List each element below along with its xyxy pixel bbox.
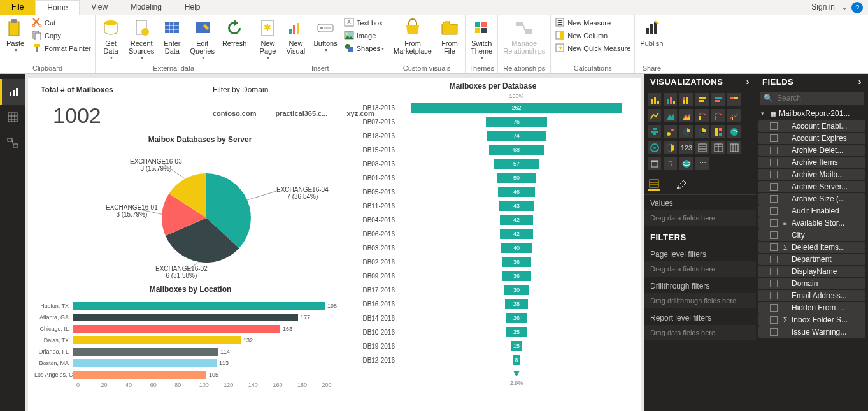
funnel-bar-row[interactable]: DB12-20168 — [353, 353, 633, 367]
textbox-button[interactable]: AText box — [341, 17, 387, 29]
checkbox[interactable] — [770, 292, 778, 299]
funnel-bar-row[interactable]: DB15-201668 — [353, 143, 633, 157]
funnel-bar-row[interactable]: DB10-201625 — [353, 325, 633, 339]
viz-type-button[interactable]: ⋯ — [695, 157, 709, 170]
viz-type-button[interactable] — [695, 109, 709, 122]
enter-data-button[interactable]: Enter Data — [158, 17, 186, 56]
field-item[interactable]: Archive Items — [758, 157, 865, 168]
viz-type-button[interactable]: 123 — [679, 141, 693, 154]
field-item[interactable]: Archive Mailb... — [758, 169, 865, 180]
viz-type-button[interactable] — [648, 141, 661, 154]
values-drop[interactable]: Drag data fields here — [644, 210, 756, 226]
checkbox[interactable] — [770, 256, 778, 263]
fields-well-button[interactable] — [648, 178, 660, 191]
from-file-button[interactable]: From File — [436, 17, 464, 56]
cut-button[interactable]: Cut — [29, 17, 94, 29]
location-bar-row[interactable]: Boston, MA113 — [34, 357, 346, 369]
model-view-button[interactable] — [0, 130, 25, 155]
checkbox[interactable] — [770, 304, 778, 312]
tab-home[interactable]: Home — [35, 0, 80, 15]
viz-type-button[interactable] — [648, 93, 661, 106]
chevron-down-icon[interactable]: ⌄ — [841, 0, 848, 15]
tab-file[interactable]: File — [0, 0, 35, 15]
field-item[interactable]: Account Enabl... — [758, 120, 865, 132]
recent-sources-button[interactable]: Recent Sources▾ — [125, 17, 158, 62]
slicer-option[interactable]: contoso.com — [213, 110, 256, 117]
viz-type-button[interactable] — [648, 109, 661, 122]
publish-button[interactable]: Publish — [636, 17, 667, 48]
viz-type-button[interactable] — [711, 125, 725, 138]
new-measure-button[interactable]: ☰New Measure — [552, 17, 633, 29]
funnel-chart[interactable]: DB13-2016262DB07-201676DB18-201674DB15-2… — [353, 101, 633, 367]
location-bar-row[interactable]: Chicago, IL163 — [34, 323, 346, 335]
get-data-button[interactable]: Get Data▾ — [97, 17, 125, 62]
shapes-button[interactable]: Shapes▾ — [341, 42, 387, 55]
report-filters-drop[interactable]: Drag data fields here — [644, 325, 756, 340]
checkbox[interactable] — [770, 328, 778, 336]
viz-type-button[interactable] — [695, 93, 709, 106]
funnel-bar-row[interactable]: DB18-201674 — [353, 129, 633, 143]
copy-button[interactable]: Copy — [29, 29, 94, 42]
funnel-bar-row[interactable]: DB19-201615 — [353, 339, 633, 353]
table-header[interactable]: ▾ ▦ MailboxReport-201... — [756, 107, 868, 120]
funnel-bar-row[interactable]: DB05-201646 — [353, 185, 633, 199]
viz-type-button[interactable] — [679, 93, 693, 106]
funnel-bar-row[interactable]: DB14-201626 — [353, 311, 633, 325]
viz-type-button[interactable] — [648, 125, 661, 138]
field-item[interactable]: Department — [758, 254, 865, 265]
funnel-bar-row[interactable]: DB04-201642 — [353, 213, 633, 227]
slicer-option[interactable]: practical365.c... — [275, 110, 327, 117]
checkbox[interactable] — [770, 159, 778, 166]
checkbox[interactable] — [770, 231, 778, 239]
viz-type-button[interactable] — [664, 109, 677, 122]
image-button[interactable]: Image — [341, 29, 387, 42]
funnel-bar-row[interactable]: DB01-201650 — [353, 171, 633, 185]
location-bar-row[interactable]: Huston, TX198 — [34, 300, 346, 312]
checkbox[interactable] — [770, 171, 778, 178]
checkbox[interactable] — [770, 183, 778, 191]
funnel-bar-row[interactable]: DB17-201630 — [353, 283, 633, 297]
field-item[interactable]: Domain — [758, 278, 865, 289]
viz-type-button[interactable] — [679, 125, 693, 138]
field-item[interactable]: ΣDeleted Items... — [758, 242, 865, 253]
checkbox[interactable] — [770, 147, 778, 154]
from-marketplace-button[interactable]: From Marketplace — [390, 17, 436, 56]
page-filters-drop[interactable]: Drag data fields here — [644, 261, 756, 277]
funnel-bar-row[interactable]: DB13-2016262 — [353, 101, 633, 115]
viz-type-button[interactable]: R — [664, 157, 677, 170]
buttons-button[interactable]: Buttons▾ — [309, 17, 341, 54]
viz-gallery[interactable]: 123R⋯ — [644, 89, 756, 174]
new-page-button[interactable]: ✱New Page▾ — [253, 17, 281, 62]
search-input[interactable] — [777, 94, 868, 103]
field-item[interactable]: DisplayName — [758, 266, 865, 277]
viz-type-button[interactable] — [664, 125, 677, 138]
checkbox[interactable] — [770, 268, 778, 275]
field-item[interactable]: ≡Available Stor... — [758, 217, 865, 229]
manage-relationships-button[interactable]: Manage Relationships — [499, 17, 549, 56]
viz-type-button[interactable] — [664, 93, 677, 106]
funnel-bar-row[interactable]: DB11-201643 — [353, 199, 633, 213]
viz-type-button[interactable] — [695, 141, 709, 154]
checkbox[interactable] — [770, 243, 778, 251]
drill-filters-drop[interactable]: Drag drillthrough fields here — [644, 293, 756, 308]
format-painter-button[interactable]: Format Painter — [29, 42, 94, 55]
location-bar-row[interactable]: Atlanta, GA177 — [34, 312, 346, 323]
field-item[interactable]: Email Address... — [758, 290, 865, 301]
chevron-right-icon[interactable]: › — [858, 76, 862, 87]
signin-link[interactable]: Sign in — [805, 0, 841, 15]
field-item[interactable]: Issue Warning... — [758, 326, 865, 338]
field-item[interactable]: Audit Enabled — [758, 205, 865, 217]
switch-theme-button[interactable]: Switch Theme▾ — [467, 17, 496, 62]
location-bar-row[interactable]: Orlando, FL114 — [34, 346, 346, 357]
checkbox[interactable] — [770, 195, 778, 203]
refresh-button[interactable]: Refresh — [218, 17, 251, 48]
edit-queries-button[interactable]: Edit Queries▾ — [186, 17, 218, 62]
funnel-bar-row[interactable]: DB16-201628 — [353, 297, 633, 311]
viz-type-button[interactable] — [711, 109, 725, 122]
field-item[interactable]: Archive Server... — [758, 181, 865, 192]
field-item[interactable]: ΣInbox Folder S... — [758, 314, 865, 326]
funnel-bar-row[interactable]: DB06-201642 — [353, 227, 633, 241]
field-item[interactable]: Archive Delet... — [758, 145, 865, 156]
tab-modeling[interactable]: Modeling — [119, 0, 173, 15]
checkbox[interactable] — [770, 122, 778, 130]
